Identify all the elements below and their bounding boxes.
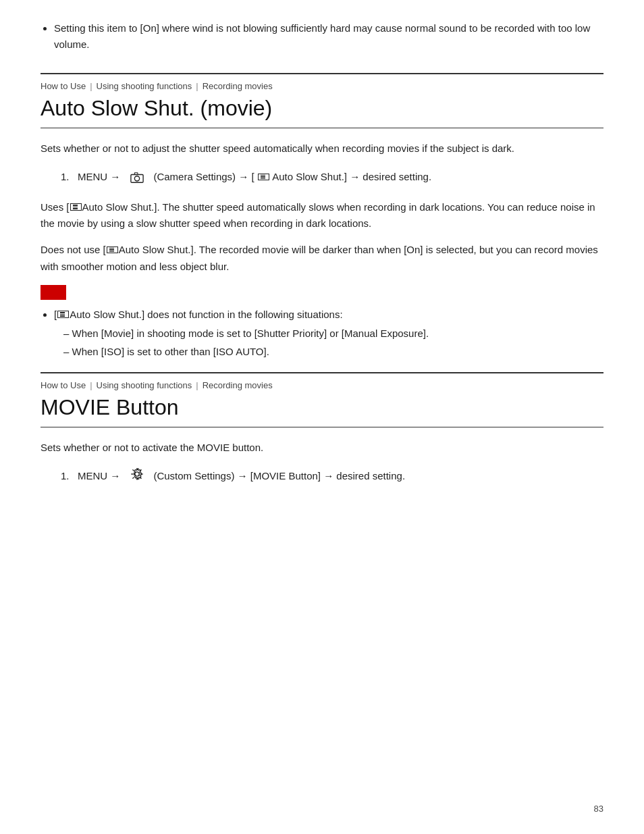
- section2-description: Sets whether or not to activate the MOVI…: [41, 440, 603, 457]
- page: Setting this item to [On] where wind is …: [0, 0, 644, 834]
- movie-icon-off: [107, 246, 118, 254]
- breadcrumb2-part3: Recording movies: [203, 380, 273, 390]
- note-sub-item-1: When [Movie] in shooting mode is set to …: [63, 325, 603, 342]
- step2-custom-settings-text: (Custom Settings) → [MOVIE Button] → des…: [153, 470, 405, 481]
- red-indicator-box: [41, 285, 66, 300]
- film-lines-4: [60, 312, 65, 317]
- top-divider-1: [41, 73, 603, 74]
- on-off-descriptions: Uses [Auto Slow Shut.]. The shutter spee…: [41, 199, 603, 276]
- breadcrumb-sep2: |: [196, 81, 198, 91]
- movie-settings-icon: [258, 174, 269, 181]
- film-line-1: [261, 175, 265, 176]
- on-description: Uses [Auto Slow Shut.]. The shutter spee…: [41, 199, 603, 233]
- intro-bullet: Setting this item to [On] where wind is …: [54, 20, 603, 53]
- note-sub-item-2: When [ISO] is set to other than [ISO AUT…: [63, 344, 603, 360]
- section2-title: MOVIE Button: [41, 394, 603, 420]
- note-sub-list: When [Movie] in shooting mode is set to …: [63, 325, 603, 360]
- intro-section: Setting this item to [On] where wind is …: [41, 20, 603, 53]
- step-camera-settings-text: (Camera Settings) → [: [153, 171, 254, 182]
- svg-rect-2: [134, 173, 138, 175]
- title-divider-1: [41, 128, 603, 128]
- off-description: Does not use [Auto Slow Shut.]. The reco…: [41, 242, 603, 276]
- movie-icon-note: [57, 311, 69, 318]
- film-lines-icon: [261, 175, 265, 180]
- section1-title: Auto Slow Shut. (movie): [41, 95, 603, 121]
- svg-point-1: [134, 176, 139, 181]
- breadcrumb2-part1: How to Use: [41, 380, 86, 390]
- film-lines-2: [73, 205, 78, 209]
- note-item: [Auto Slow Shut.] does not function in t…: [54, 307, 603, 360]
- film-line-2: [261, 176, 265, 178]
- breadcrumb-sep1: |: [90, 81, 92, 91]
- section2-step: 1. MENU → (Custom Settings) → [MOVIE But…: [61, 467, 603, 486]
- breadcrumb-2: How to Use | Using shooting functions | …: [41, 380, 603, 390]
- section1-step: 1. MENU → (Camera Settings) → [ Auto Slo…: [61, 168, 603, 186]
- step-bracket-content: Auto Slow Shut.] → desired setting.: [272, 171, 431, 182]
- step2-number: 1.: [61, 470, 70, 481]
- gear-icon: [130, 467, 144, 486]
- note-section: [Auto Slow Shut.] does not function in t…: [41, 307, 603, 360]
- breadcrumb2-sep2: |: [196, 380, 198, 390]
- step-number-1: 1.: [61, 171, 70, 182]
- breadcrumb-part2: Using shooting functions: [97, 81, 192, 91]
- step-menu-text: MENU →: [78, 171, 120, 182]
- section1-description: Sets whether or not to adjust the shutte…: [41, 140, 603, 157]
- top-divider-2: [41, 372, 603, 373]
- breadcrumb-part3: Recording movies: [203, 81, 273, 91]
- page-number: 83: [594, 804, 603, 814]
- breadcrumb-1: How to Use | Using shooting functions | …: [41, 81, 603, 91]
- breadcrumb2-part2: Using shooting functions: [97, 380, 192, 390]
- step2-menu-text: MENU →: [78, 470, 120, 481]
- movie-icon-on: [70, 203, 82, 211]
- film-lines-3: [109, 248, 114, 253]
- film-line-3: [261, 178, 265, 180]
- camera-icon: [130, 172, 144, 184]
- breadcrumb-part1: How to Use: [41, 81, 86, 91]
- breadcrumb2-sep1: |: [90, 380, 92, 390]
- title-divider-2: [41, 427, 603, 427]
